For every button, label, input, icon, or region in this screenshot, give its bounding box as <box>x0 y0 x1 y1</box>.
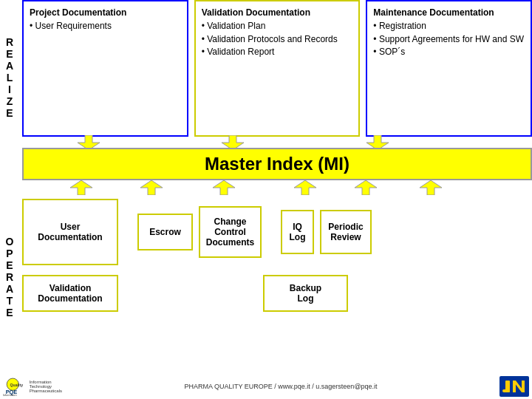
backup-log-box: BackupLog <box>263 275 348 312</box>
master-index-bar: Master Index (MI) <box>22 148 532 180</box>
footer-text: PHARMA QUALITY EUROPE / www.pqe.it / u.s… <box>62 383 499 390</box>
project-doc-box: Project Documentation User Requirements <box>22 0 188 137</box>
validation-item-2: Validation Protocols and Records <box>202 34 353 46</box>
maintenance-item-1: Registration <box>373 21 525 33</box>
jn-logo <box>499 376 529 397</box>
maintenance-item-2: Support Agreements for HW and SW <box>373 34 525 46</box>
project-doc-title: Project Documentation <box>30 7 181 18</box>
svg-text:Information: Information <box>3 394 16 397</box>
maintenance-doc-box: Maintenance Documentation Registration S… <box>366 0 532 137</box>
maintenance-item-3: SOP´s <box>373 47 525 58</box>
jn-logo-svg <box>499 376 529 397</box>
iq-log-box: IQLog <box>281 210 314 254</box>
escrow-box: Escrow <box>137 214 193 250</box>
periodic-review-box: PeriodicReview <box>320 210 372 254</box>
bottom-section: UserDocumentation Escrow ChangeControlDo… <box>22 180 532 377</box>
user-doc-label: UserDocumentation <box>38 222 102 242</box>
user-doc-box: UserDocumentation <box>22 199 118 265</box>
svg-rect-15 <box>502 389 510 392</box>
validation-doc-box: Validation Documentation Validation Plan… <box>194 0 361 137</box>
operate-label: O P E R A T E <box>0 188 21 366</box>
svg-text:Quality: Quality <box>10 383 24 387</box>
pqe-logo-svg: Quality PQE Information <box>3 374 33 400</box>
periodic-review-label: PeriodicReview <box>328 222 363 242</box>
maintenance-doc-list: Registration Support Agreements for HW a… <box>373 21 525 58</box>
backup-log-label: BackupLog <box>290 283 321 304</box>
bottom-row: UserDocumentation Escrow ChangeControlDo… <box>22 195 532 269</box>
maintenance-doc-title: Maintenance Documentation <box>373 7 525 18</box>
change-control-box: ChangeControlDocuments <box>199 206 262 258</box>
change-control-label: ChangeControlDocuments <box>206 216 254 248</box>
footer: Quality PQE Information Information Tech… <box>3 375 529 398</box>
top-doc-row: Project Documentation User Requirements … <box>22 0 532 137</box>
master-index-label: Master Index (MI) <box>205 154 349 174</box>
pqe-logo: Quality PQE Information Information Tech… <box>3 376 62 397</box>
project-doc-item-1: User Requirements <box>30 21 181 33</box>
val-doc-bottom-label: ValidationDocumentation <box>38 283 102 304</box>
validation-item-3: Validation Report <box>202 47 353 58</box>
project-doc-list: User Requirements <box>30 21 181 33</box>
iq-log-label: IQLog <box>290 222 306 242</box>
val-doc-bottom-box: ValidationDocumentation <box>22 275 118 312</box>
validation-item-1: Validation Plan <box>202 21 353 33</box>
escrow-label: Escrow <box>149 227 181 237</box>
validation-doc-list: Validation Plan Validation Protocols and… <box>202 21 353 58</box>
bottom-second-row: ValidationDocumentation BackupLog <box>22 273 532 313</box>
realize-label: R E A L I Z E <box>0 0 21 155</box>
validation-doc-title: Validation Documentation <box>202 7 353 18</box>
